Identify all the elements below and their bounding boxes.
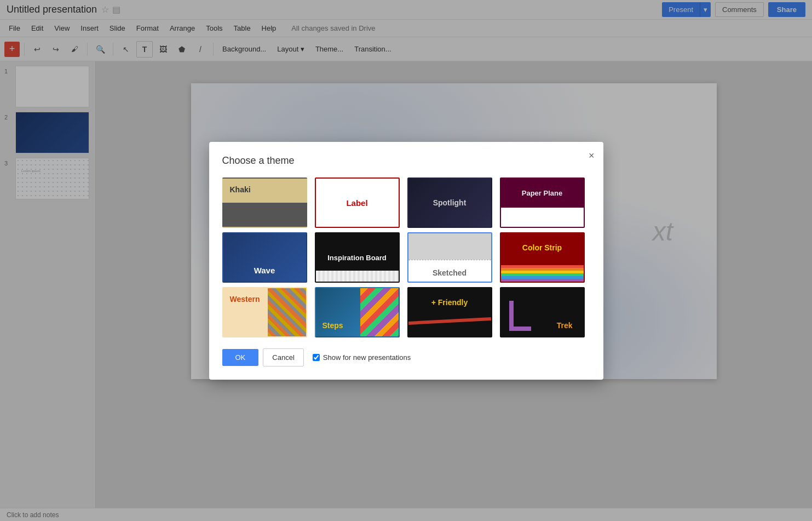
theme-paper-plane-label: Paper Plane xyxy=(522,188,562,197)
theme-colorstrip[interactable]: Color Strip xyxy=(500,232,585,283)
dialog-footer: OK Cancel Show for new presentations xyxy=(222,348,590,367)
friendly-stroke xyxy=(408,317,491,325)
dialog-title: Choose a theme xyxy=(222,155,590,167)
theme-colorstrip-label: Color Strip xyxy=(522,243,562,252)
theme-spotlight[interactable]: Spotlight xyxy=(407,178,492,228)
theme-steps-label: Steps xyxy=(323,321,343,330)
theme-trek-label: Trek xyxy=(557,321,573,330)
theme-friendly[interactable]: + Friendly xyxy=(407,287,492,337)
theme-western-label: Western xyxy=(230,295,260,304)
theme-inspiration[interactable]: Inspiration Board xyxy=(315,232,400,283)
strip-purple xyxy=(501,279,584,282)
theme-label-label: Label xyxy=(346,198,367,207)
theme-sketched[interactable]: Sketched xyxy=(407,232,492,283)
theme-friendly-label: + Friendly xyxy=(431,298,468,307)
theme-label[interactable]: Label xyxy=(315,178,400,228)
steps-shape xyxy=(360,288,399,337)
theme-grid: Khaki Label Spotlight Paper Plane Wave xyxy=(222,178,590,337)
colorstrip-strips xyxy=(501,265,584,282)
show-for-new-checkbox[interactable] xyxy=(313,354,320,361)
theme-wave-label: Wave xyxy=(254,266,275,275)
dialog-close-button[interactable]: × xyxy=(589,151,595,161)
theme-inspiration-label: Inspiration Board xyxy=(327,253,387,261)
show-for-new-text: Show for new presentations xyxy=(323,353,411,362)
trek-lshape xyxy=(509,301,531,331)
theme-steps[interactable]: Steps xyxy=(315,287,400,337)
theme-khaki[interactable]: Khaki xyxy=(222,178,307,228)
dialog-overlay[interactable]: Choose a theme × Khaki Label Spotlight P… xyxy=(0,0,812,521)
inspiration-strip xyxy=(316,271,399,282)
theme-spotlight-label: Spotlight xyxy=(433,198,467,207)
theme-khaki-label: Khaki xyxy=(230,185,251,194)
show-for-new-label[interactable]: Show for new presentations xyxy=(313,353,411,362)
theme-paper-plane[interactable]: Paper Plane xyxy=(500,178,585,228)
theme-wave[interactable]: Wave xyxy=(222,232,307,283)
theme-sketched-label: Sketched xyxy=(433,268,467,277)
cancel-button[interactable]: Cancel xyxy=(263,348,303,367)
paper-plane-bottom xyxy=(501,208,584,227)
western-zigzag xyxy=(268,287,306,336)
theme-western[interactable]: Western xyxy=(222,287,307,337)
theme-dialog: Choose a theme × Khaki Label Spotlight P… xyxy=(209,142,603,380)
theme-trek[interactable]: Trek xyxy=(500,287,585,337)
ok-button[interactable]: OK xyxy=(222,349,259,366)
